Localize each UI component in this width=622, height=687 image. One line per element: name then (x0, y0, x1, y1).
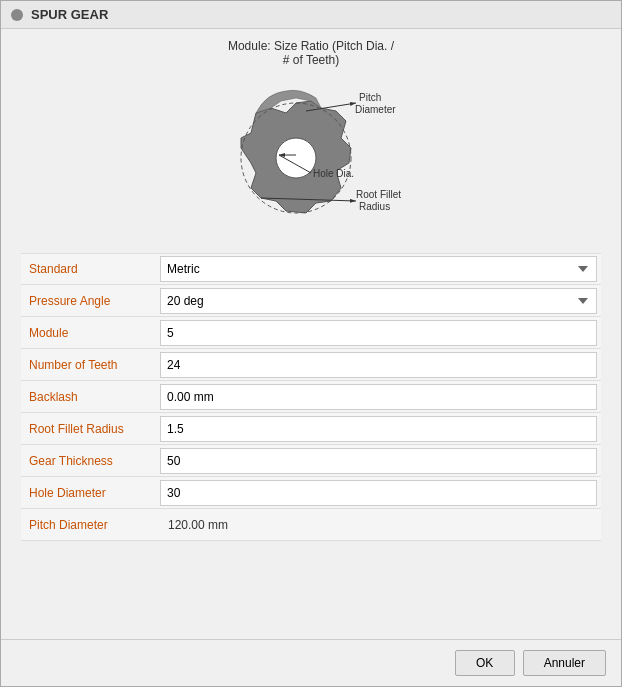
label-gear-thickness: Gear Thickness (21, 450, 156, 472)
control-standard[interactable]: Metric English (156, 254, 601, 284)
control-teeth[interactable] (156, 350, 601, 380)
footer: OK Annuler (1, 639, 621, 686)
label-pitch-diameter: Pitch Diameter (21, 514, 156, 536)
label-standard: Standard (21, 258, 156, 280)
form-row-pressure-angle: Pressure Angle 20 deg 14.5 deg (21, 285, 601, 317)
gear-svg: Pitch Diameter Hole Dia. Root Fillet Rad… (201, 73, 421, 243)
content-area: Module: Size Ratio (Pitch Dia. /# of Tee… (1, 29, 621, 639)
control-gear-thickness[interactable] (156, 446, 601, 476)
diagram-title: Module: Size Ratio (Pitch Dia. /# of Tee… (228, 39, 394, 67)
input-backlash[interactable] (160, 384, 597, 410)
dialog-title: SPUR GEAR (31, 7, 108, 22)
svg-text:Pitch: Pitch (359, 92, 381, 103)
label-root-fillet: Root Fillet Radius (21, 418, 156, 440)
input-teeth[interactable] (160, 352, 597, 378)
form-row-gear-thickness: Gear Thickness (21, 445, 601, 477)
diagram-area: Module: Size Ratio (Pitch Dia. /# of Tee… (21, 39, 601, 243)
form-row-pitch-diameter: Pitch Diameter 120.00 mm (21, 509, 601, 541)
gear-diagram: Pitch Diameter Hole Dia. Root Fillet Rad… (201, 73, 421, 243)
svg-text:Radius: Radius (359, 201, 390, 212)
svg-text:Root Fillet: Root Fillet (356, 189, 401, 200)
form-row-standard: Standard Metric English (21, 253, 601, 285)
control-pitch-diameter: 120.00 mm (156, 515, 601, 534)
title-icon (11, 9, 23, 21)
form-row-backlash: Backlash (21, 381, 601, 413)
cancel-button[interactable]: Annuler (523, 650, 606, 676)
form-row-hole-diameter: Hole Diameter (21, 477, 601, 509)
control-backlash[interactable] (156, 382, 601, 412)
form-row-root-fillet: Root Fillet Radius (21, 413, 601, 445)
control-pressure-angle[interactable]: 20 deg 14.5 deg (156, 286, 601, 316)
label-hole-diameter: Hole Diameter (21, 482, 156, 504)
title-bar: SPUR GEAR (1, 1, 621, 29)
spur-gear-dialog: SPUR GEAR Module: Size Ratio (Pitch Dia.… (0, 0, 622, 687)
input-hole-diameter[interactable] (160, 480, 597, 506)
control-hole-diameter[interactable] (156, 478, 601, 508)
label-pressure-angle: Pressure Angle (21, 290, 156, 312)
label-module: Module (21, 322, 156, 344)
form-section: Standard Metric English Pressure Angle 2… (21, 253, 601, 629)
input-module[interactable] (160, 320, 597, 346)
select-pressure-angle[interactable]: 20 deg 14.5 deg (160, 288, 597, 314)
svg-text:Hole Dia.: Hole Dia. (313, 168, 354, 179)
form-row-teeth: Number of Teeth (21, 349, 601, 381)
control-root-fillet[interactable] (156, 414, 601, 444)
label-teeth: Number of Teeth (21, 354, 156, 376)
input-root-fillet[interactable] (160, 416, 597, 442)
form-row-module: Module (21, 317, 601, 349)
label-backlash: Backlash (21, 386, 156, 408)
select-standard[interactable]: Metric English (160, 256, 597, 282)
svg-text:Diameter: Diameter (355, 104, 396, 115)
ok-button[interactable]: OK (455, 650, 515, 676)
input-gear-thickness[interactable] (160, 448, 597, 474)
control-module[interactable] (156, 318, 601, 348)
text-pitch-diameter: 120.00 mm (160, 514, 236, 536)
